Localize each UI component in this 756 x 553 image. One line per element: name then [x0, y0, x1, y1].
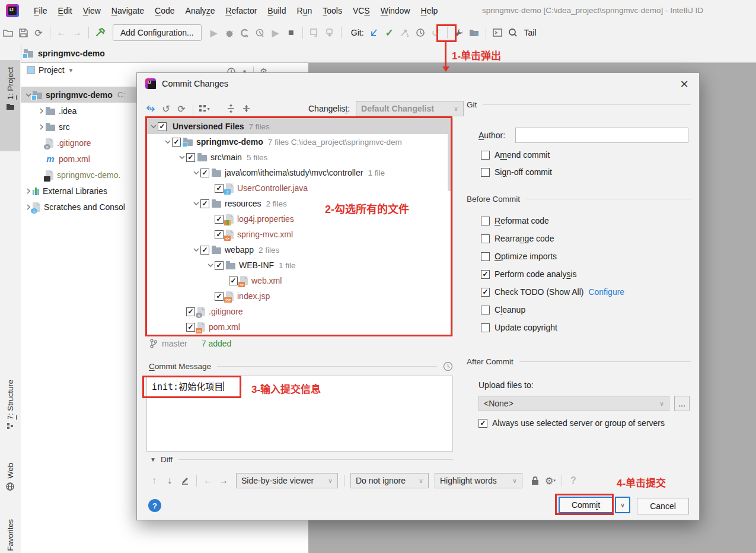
checkbox-unchecked[interactable] — [481, 323, 490, 332]
checkbox-checked[interactable]: ✓ — [186, 153, 195, 162]
commit-tree-item-webapp[interactable]: ✓webapp2 files — [147, 242, 452, 258]
before-commit-option-perform-code-analysis[interactable]: ✓Perform code analysis — [481, 269, 577, 279]
build-hammer-icon[interactable] — [92, 25, 108, 40]
checkbox-unchecked[interactable] — [481, 234, 490, 243]
checkbox-checked[interactable]: ✓ — [481, 270, 490, 279]
chevron-right-icon[interactable] — [37, 123, 46, 131]
commit-button[interactable]: Commit — [559, 497, 613, 513]
commit-tree-item-java-com-itheima-study-mvc-controller[interactable]: ✓java\com\itheima\study\mvc\controller1 … — [147, 165, 452, 180]
menu-run[interactable]: Run — [292, 4, 318, 17]
next-difference-icon[interactable]: ↓ — [162, 473, 177, 488]
previous-difference-icon[interactable]: ↑ — [146, 473, 162, 488]
commit-tree-item-pom-xml[interactable]: ✓<>pom.xml — [147, 319, 452, 335]
sidebar-item-web[interactable]: Web — [0, 463, 20, 504]
chevron-down-icon[interactable] — [192, 246, 200, 253]
commit-tree-item-src-main[interactable]: ✓src\main5 files — [147, 150, 452, 165]
checkbox-unchecked[interactable] — [481, 151, 490, 160]
menu-window[interactable]: Window — [375, 4, 416, 17]
checkbox-checked[interactable]: ✓ — [215, 261, 224, 270]
attach-window-icon[interactable] — [307, 25, 322, 40]
profiler-icon[interactable] — [253, 25, 268, 40]
before-commit-option-rearrange-code[interactable]: Rearrange code — [481, 234, 554, 243]
chevron-down-icon[interactable] — [206, 262, 215, 269]
menu-view[interactable]: View — [78, 4, 106, 17]
checkbox-checked[interactable]: ✓ — [158, 122, 167, 131]
sidebar-item-favorites[interactable]: Favorites — [0, 519, 20, 553]
cancel-button[interactable]: Cancel — [637, 498, 689, 514]
diff-section-header[interactable]: ▼ Diff — [150, 455, 453, 464]
menu-tools[interactable]: Tools — [317, 4, 347, 17]
sync-icon[interactable]: ⟳ — [31, 25, 46, 40]
open-icon[interactable] — [0, 25, 15, 40]
close-icon[interactable]: ✕ — [678, 78, 691, 91]
browse-servers-button[interactable]: ... — [674, 396, 690, 411]
checkbox-checked[interactable]: ✓ — [200, 169, 209, 177]
upload-server-dropdown[interactable]: <None>∨ — [479, 396, 669, 411]
expand-all-icon[interactable] — [223, 101, 238, 116]
previous-file-icon[interactable]: ← — [200, 473, 216, 488]
checkbox-checked[interactable]: ✓ — [481, 288, 490, 297]
navbar-project[interactable]: springmvc-demo — [38, 49, 105, 58]
before-commit-option-reformat-code[interactable]: Reformat code — [481, 216, 549, 225]
checkbox-checked[interactable]: ✓ — [215, 292, 224, 301]
commit-tree-item-unversioned-files[interactable]: ✓Unversioned Files7 files — [147, 119, 452, 134]
history-icon[interactable] — [413, 25, 428, 40]
changelist-dropdown[interactable]: Default Changelist∨ — [356, 101, 464, 116]
checkbox-unchecked[interactable] — [481, 252, 490, 261]
ignore-dropdown[interactable]: Do not ignore∨ — [350, 473, 429, 488]
chevron-down-icon[interactable] — [149, 123, 158, 130]
commit-tree-item-index-jsp[interactable]: ✓JSPindex.jsp — [147, 288, 452, 304]
git-update-icon[interactable] — [366, 25, 382, 40]
checkbox-checked[interactable]: ✓ — [186, 323, 195, 332]
next-file-icon[interactable]: → — [216, 473, 231, 488]
project-structure-icon[interactable] — [467, 25, 482, 40]
before-commit-option-update-copyright[interactable]: Update copyright — [481, 323, 557, 332]
checkbox-checked[interactable]: ✓ — [200, 199, 209, 208]
wrench-icon[interactable] — [451, 25, 467, 40]
checkbox-unchecked[interactable] — [481, 217, 490, 225]
author-field[interactable] — [515, 128, 688, 143]
commit-tree-item-springmvc-demo[interactable]: ✓springmvc-demo7 files C:\idea_project\s… — [147, 134, 452, 150]
lock-icon[interactable] — [527, 473, 543, 488]
back-icon[interactable]: ← — [54, 25, 69, 40]
rollback-icon[interactable]: ↺ — [428, 25, 444, 40]
show-diff-icon[interactable] — [143, 101, 158, 116]
menu-build[interactable]: Build — [262, 4, 291, 17]
git-commit-icon[interactable]: ✓ — [382, 25, 397, 40]
download-sources-icon[interactable] — [322, 25, 337, 40]
before-commit-option-optimize-imports[interactable]: Optimize imports — [481, 252, 557, 261]
edit-pencil-icon[interactable] — [177, 473, 193, 488]
commit-tree-item-usercontroller-java[interactable]: ✓JUserController.java — [147, 180, 452, 196]
search-icon[interactable] — [505, 25, 521, 40]
group-by-icon[interactable]: ▾ — [197, 101, 212, 116]
commit-tree-item-web-xml[interactable]: ✓<>web.xml — [147, 273, 452, 288]
project-view-selector[interactable]: Project ▼ — [27, 65, 74, 75]
highlight-dropdown[interactable]: Highlight words∨ — [435, 473, 522, 488]
menu-file[interactable]: File — [28, 4, 53, 17]
checkbox-checked[interactable]: ✓ — [229, 276, 238, 285]
debug-icon[interactable] — [222, 25, 237, 40]
menu-navigate[interactable]: Navigate — [106, 4, 149, 17]
checkbox-checked[interactable]: ✓ — [215, 184, 224, 193]
chevron-down-icon[interactable] — [164, 138, 172, 145]
rollback-icon[interactable]: ↺ — [158, 101, 174, 116]
terminal-icon[interactable] — [490, 25, 505, 40]
menu-code[interactable]: Code — [149, 4, 180, 17]
chevron-right-icon[interactable] — [24, 187, 33, 195]
viewer-dropdown[interactable]: Side-by-side viewer∨ — [236, 473, 338, 488]
checkbox-checked[interactable]: ✓ — [186, 307, 195, 316]
commit-tree-item--gitignore[interactable]: ✓⊘.gitignore — [147, 304, 452, 319]
amend-commit-option[interactable]: Amend commit — [481, 150, 550, 160]
commit-tree-item-web-inf[interactable]: ✓WEB-INF1 file — [147, 258, 452, 273]
coverage-icon[interactable] — [237, 25, 253, 40]
add-configuration-button[interactable]: Add Configuration... — [113, 24, 202, 41]
menu-edit[interactable]: Edit — [53, 4, 78, 17]
checkbox-checked[interactable]: ✓ — [172, 138, 181, 147]
commit-tree-item-spring-mvc-xml[interactable]: ✓<>spring-mvc.xml — [147, 227, 452, 242]
scrollbar[interactable] — [448, 120, 452, 191]
always-use-server-option[interactable]: ✓Always use selected server or group of … — [479, 418, 665, 428]
forward-icon[interactable]: → — [69, 25, 85, 40]
run-icon[interactable]: ▶ — [206, 25, 222, 40]
refresh-icon[interactable]: ⟳ — [174, 101, 189, 116]
sidebar-item-project[interactable]: 1: Project — [0, 60, 20, 151]
